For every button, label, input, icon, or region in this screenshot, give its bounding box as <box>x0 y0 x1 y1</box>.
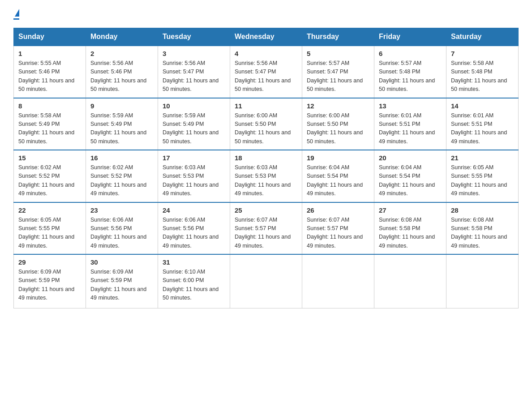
day-number: 27 <box>379 206 442 214</box>
day-info: Sunrise: 5:56 AMSunset: 5:47 PMDaylight:… <box>235 59 297 94</box>
day-number: 23 <box>90 206 153 214</box>
day-number: 31 <box>163 258 225 266</box>
calendar-cell <box>230 254 302 308</box>
col-header-monday: Monday <box>86 28 158 46</box>
day-info: Sunrise: 5:56 AMSunset: 5:47 PMDaylight:… <box>163 59 225 94</box>
day-number: 19 <box>307 154 369 162</box>
day-info: Sunrise: 6:00 AMSunset: 5:50 PMDaylight:… <box>307 111 369 146</box>
calendar-cell: 28 Sunrise: 6:08 AMSunset: 5:58 PMDaylig… <box>446 202 519 255</box>
day-number: 26 <box>307 206 369 214</box>
calendar-cell <box>302 254 374 308</box>
calendar-cell: 26 Sunrise: 6:07 AMSunset: 5:57 PMDaylig… <box>302 202 374 255</box>
calendar-cell <box>374 254 446 308</box>
calendar-week-1: 1 Sunrise: 5:55 AMSunset: 5:46 PMDayligh… <box>14 46 519 98</box>
day-info: Sunrise: 6:00 AMSunset: 5:50 PMDaylight:… <box>235 111 297 146</box>
day-number: 8 <box>18 102 81 110</box>
calendar-cell: 20 Sunrise: 6:04 AMSunset: 5:54 PMDaylig… <box>374 150 446 202</box>
calendar-cell: 5 Sunrise: 5:57 AMSunset: 5:47 PMDayligh… <box>302 46 374 98</box>
day-number: 15 <box>18 154 81 162</box>
day-info: Sunrise: 6:09 AMSunset: 5:59 PMDaylight:… <box>18 268 81 303</box>
day-info: Sunrise: 6:10 AMSunset: 6:00 PMDaylight:… <box>163 268 225 303</box>
day-info: Sunrise: 6:08 AMSunset: 5:58 PMDaylight:… <box>451 216 514 251</box>
day-number: 3 <box>163 50 225 57</box>
calendar-cell: 9 Sunrise: 5:59 AMSunset: 5:49 PMDayligh… <box>86 98 158 150</box>
day-info: Sunrise: 6:04 AMSunset: 5:54 PMDaylight:… <box>379 163 442 198</box>
day-number: 14 <box>451 102 514 110</box>
day-info: Sunrise: 6:05 AMSunset: 5:55 PMDaylight:… <box>18 216 81 251</box>
calendar-table: SundayMondayTuesdayWednesdayThursdayFrid… <box>13 28 519 308</box>
day-number: 5 <box>307 50 369 57</box>
day-info: Sunrise: 5:56 AMSunset: 5:46 PMDaylight:… <box>90 59 153 94</box>
day-info: Sunrise: 6:08 AMSunset: 5:58 PMDaylight:… <box>379 216 442 251</box>
day-number: 11 <box>235 102 297 110</box>
calendar-header-row: SundayMondayTuesdayWednesdayThursdayFrid… <box>14 28 519 46</box>
day-number: 17 <box>163 154 225 162</box>
day-info: Sunrise: 6:06 AMSunset: 5:56 PMDaylight:… <box>163 216 225 251</box>
day-number: 20 <box>379 154 442 162</box>
calendar-cell <box>446 254 519 308</box>
calendar-cell: 29 Sunrise: 6:09 AMSunset: 5:59 PMDaylig… <box>14 254 86 308</box>
calendar-cell: 18 Sunrise: 6:03 AMSunset: 5:53 PMDaylig… <box>230 150 302 202</box>
day-number: 30 <box>90 258 153 266</box>
calendar-week-5: 29 Sunrise: 6:09 AMSunset: 5:59 PMDaylig… <box>14 254 519 308</box>
day-info: Sunrise: 5:58 AMSunset: 5:49 PMDaylight:… <box>18 111 81 146</box>
day-number: 29 <box>18 258 81 266</box>
calendar-cell: 21 Sunrise: 6:05 AMSunset: 5:55 PMDaylig… <box>446 150 519 202</box>
col-header-saturday: Saturday <box>446 28 519 46</box>
col-header-thursday: Thursday <box>302 28 374 46</box>
day-info: Sunrise: 6:05 AMSunset: 5:55 PMDaylight:… <box>451 163 514 198</box>
calendar-cell: 16 Sunrise: 6:02 AMSunset: 5:52 PMDaylig… <box>86 150 158 202</box>
day-number: 6 <box>379 50 442 57</box>
day-number: 18 <box>235 154 297 162</box>
day-info: Sunrise: 6:04 AMSunset: 5:54 PMDaylight:… <box>307 163 369 198</box>
calendar-cell: 23 Sunrise: 6:06 AMSunset: 5:56 PMDaylig… <box>86 202 158 255</box>
day-number: 16 <box>90 154 153 162</box>
calendar-cell: 30 Sunrise: 6:09 AMSunset: 5:59 PMDaylig… <box>86 254 158 308</box>
calendar-cell: 1 Sunrise: 5:55 AMSunset: 5:46 PMDayligh… <box>14 46 86 98</box>
day-info: Sunrise: 6:07 AMSunset: 5:57 PMDaylight:… <box>235 216 297 251</box>
logo <box>13 9 19 20</box>
day-info: Sunrise: 5:59 AMSunset: 5:49 PMDaylight:… <box>90 111 153 146</box>
calendar-cell: 31 Sunrise: 6:10 AMSunset: 6:00 PMDaylig… <box>158 254 230 308</box>
day-number: 28 <box>451 206 514 214</box>
calendar-cell: 22 Sunrise: 6:05 AMSunset: 5:55 PMDaylig… <box>14 202 86 255</box>
calendar-week-4: 22 Sunrise: 6:05 AMSunset: 5:55 PMDaylig… <box>14 202 519 255</box>
day-info: Sunrise: 5:55 AMSunset: 5:46 PMDaylight:… <box>18 59 81 94</box>
calendar-cell: 2 Sunrise: 5:56 AMSunset: 5:46 PMDayligh… <box>86 46 158 98</box>
calendar-cell: 11 Sunrise: 6:00 AMSunset: 5:50 PMDaylig… <box>230 98 302 150</box>
day-number: 21 <box>451 154 514 162</box>
day-info: Sunrise: 6:03 AMSunset: 5:53 PMDaylight:… <box>163 163 225 198</box>
day-info: Sunrise: 5:59 AMSunset: 5:49 PMDaylight:… <box>163 111 225 146</box>
calendar-cell: 7 Sunrise: 5:58 AMSunset: 5:48 PMDayligh… <box>446 46 519 98</box>
day-info: Sunrise: 5:58 AMSunset: 5:48 PMDaylight:… <box>451 59 514 94</box>
calendar-cell: 25 Sunrise: 6:07 AMSunset: 5:57 PMDaylig… <box>230 202 302 255</box>
calendar-cell: 3 Sunrise: 5:56 AMSunset: 5:47 PMDayligh… <box>158 46 230 98</box>
day-info: Sunrise: 6:09 AMSunset: 5:59 PMDaylight:… <box>90 268 153 303</box>
day-info: Sunrise: 6:02 AMSunset: 5:52 PMDaylight:… <box>90 163 153 198</box>
calendar-cell: 24 Sunrise: 6:06 AMSunset: 5:56 PMDaylig… <box>158 202 230 255</box>
day-number: 9 <box>90 102 153 110</box>
day-info: Sunrise: 5:57 AMSunset: 5:47 PMDaylight:… <box>307 59 369 94</box>
day-info: Sunrise: 6:03 AMSunset: 5:53 PMDaylight:… <box>235 163 297 198</box>
calendar-cell: 19 Sunrise: 6:04 AMSunset: 5:54 PMDaylig… <box>302 150 374 202</box>
day-info: Sunrise: 6:06 AMSunset: 5:56 PMDaylight:… <box>90 216 153 251</box>
col-header-wednesday: Wednesday <box>230 28 302 46</box>
calendar-cell: 13 Sunrise: 6:01 AMSunset: 5:51 PMDaylig… <box>374 98 446 150</box>
day-info: Sunrise: 6:01 AMSunset: 5:51 PMDaylight:… <box>379 111 442 146</box>
day-number: 4 <box>235 50 297 57</box>
day-number: 24 <box>163 206 225 214</box>
day-number: 13 <box>379 102 442 110</box>
calendar-cell: 6 Sunrise: 5:57 AMSunset: 5:48 PMDayligh… <box>374 46 446 98</box>
logo-underline <box>13 18 19 20</box>
day-number: 2 <box>90 50 153 57</box>
calendar-cell: 14 Sunrise: 6:01 AMSunset: 5:51 PMDaylig… <box>446 98 519 150</box>
day-number: 10 <box>163 102 225 110</box>
calendar-cell: 15 Sunrise: 6:02 AMSunset: 5:52 PMDaylig… <box>14 150 86 202</box>
day-info: Sunrise: 6:02 AMSunset: 5:52 PMDaylight:… <box>18 163 81 198</box>
calendar-cell: 27 Sunrise: 6:08 AMSunset: 5:58 PMDaylig… <box>374 202 446 255</box>
day-number: 12 <box>307 102 369 110</box>
day-info: Sunrise: 6:07 AMSunset: 5:57 PMDaylight:… <box>307 216 369 251</box>
day-number: 7 <box>451 50 514 57</box>
calendar-cell: 12 Sunrise: 6:00 AMSunset: 5:50 PMDaylig… <box>302 98 374 150</box>
day-info: Sunrise: 5:57 AMSunset: 5:48 PMDaylight:… <box>379 59 442 94</box>
